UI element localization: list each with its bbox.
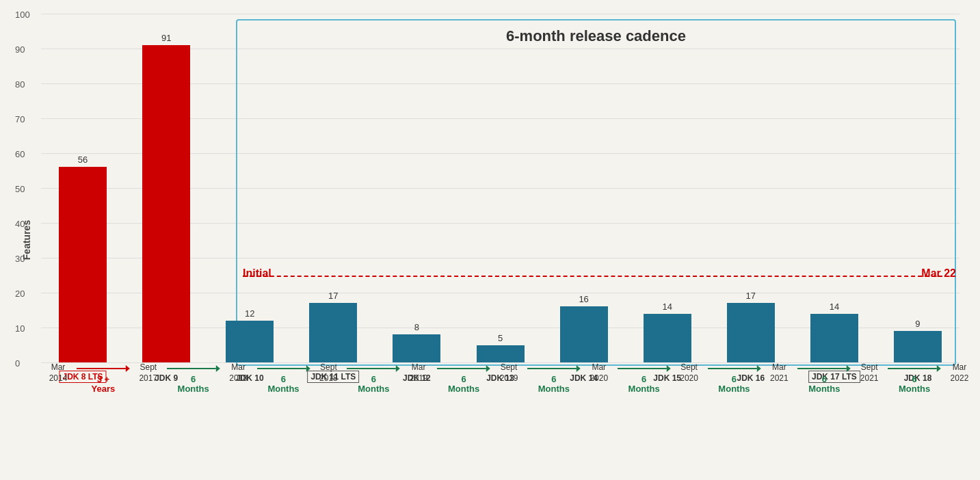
timeline-duration-0: 3 + Years bbox=[92, 375, 116, 395]
bar-value-jdk14: 16 bbox=[579, 294, 588, 304]
timeline-row: Mar 20143 + YearsSept 20176 MonthsMar 20… bbox=[41, 362, 959, 403]
timeline-date-7: Sept 2020 bbox=[672, 362, 706, 384]
bar-jdk18: 9 bbox=[894, 319, 942, 362]
bar-rect-jdk17 bbox=[810, 314, 858, 362]
timeline-date-5: Sept 2019 bbox=[492, 362, 526, 384]
bar-rect-jdk12 bbox=[393, 334, 440, 362]
bar-rect-jdk10 bbox=[226, 321, 274, 362]
timeline-arrow-0: 3 + Years bbox=[75, 362, 131, 395]
y-tick-60: 60 bbox=[15, 149, 25, 159]
bar-group-jdk16: 17JDK 16 bbox=[709, 291, 793, 362]
bar-value-jdk11: 17 bbox=[328, 291, 338, 301]
bar-rect-jdk11 bbox=[309, 303, 357, 362]
svg-marker-11 bbox=[577, 365, 581, 372]
y-tick-100: 100 bbox=[15, 10, 30, 20]
timeline-duration-3: 6 Months bbox=[358, 375, 389, 395]
bar-group-jdk18: 9JDK 18 bbox=[876, 319, 959, 362]
bar-jdk14: 16 bbox=[560, 294, 608, 362]
arrow-svg-4 bbox=[436, 362, 492, 375]
y-tick-50: 50 bbox=[15, 184, 25, 194]
arrow-svg-5 bbox=[526, 362, 582, 375]
timeline-arrow-2: 6 Months bbox=[256, 362, 312, 395]
bar-group-jdk11: 17JDK 11 LTS bbox=[291, 291, 375, 362]
arrow-svg-2 bbox=[256, 362, 312, 375]
timeline-date-8: Mar 2021 bbox=[762, 362, 796, 384]
arrow-svg-6 bbox=[616, 362, 672, 375]
timeline-date-4: Mar 2019 bbox=[401, 362, 436, 384]
bar-jdk16: 17 bbox=[727, 291, 775, 362]
timeline-arrow-3: 6 Months bbox=[345, 362, 401, 395]
bar-jdk17: 14 bbox=[810, 302, 858, 362]
bar-value-jdk17: 14 bbox=[830, 302, 839, 312]
timeline-duration-9: 6 Months bbox=[899, 375, 930, 395]
timeline-date-9: Sept 2021 bbox=[852, 362, 886, 384]
bar-jdk13: 5 bbox=[477, 333, 525, 363]
timeline-arrow-5: 6 Months bbox=[526, 362, 582, 395]
arrow-svg-3 bbox=[345, 362, 401, 375]
timeline-date-0: Mar 2014 bbox=[41, 362, 75, 384]
bars-container: 56JDK 8 LTS91JDK 912JDK 1017JDK 11 LTS8J… bbox=[41, 14, 959, 362]
y-tick-90: 90 bbox=[15, 44, 25, 55]
svg-marker-5 bbox=[306, 365, 310, 372]
bar-jdk10: 12 bbox=[226, 308, 274, 362]
svg-marker-1 bbox=[126, 365, 130, 372]
timeline-duration-8: 6 Months bbox=[808, 375, 840, 395]
bar-jdk12: 8 bbox=[393, 322, 440, 362]
bar-group-jdk13: 5JDK 13 bbox=[458, 333, 542, 363]
bar-rect-jdk13 bbox=[477, 345, 525, 363]
chart-wrapper: Features 0102030405060708090100 6-month … bbox=[0, 0, 980, 480]
bar-value-jdk9: 91 bbox=[161, 33, 171, 43]
bar-value-jdk13: 5 bbox=[498, 333, 503, 343]
bar-rect-jdk15 bbox=[644, 314, 691, 362]
arrow-svg-7 bbox=[706, 362, 763, 375]
svg-marker-19 bbox=[937, 365, 941, 372]
timeline-arrow-6: 6 Months bbox=[616, 362, 672, 395]
timeline-date-3: Sept 2018 bbox=[311, 362, 345, 384]
svg-marker-9 bbox=[486, 365, 490, 372]
y-axis-label: Features bbox=[21, 220, 32, 260]
timeline-arrow-9: 6 Months bbox=[886, 362, 942, 395]
timeline-duration-7: 6 Months bbox=[718, 375, 750, 395]
bar-group-jdk9: 91JDK 9 bbox=[124, 33, 208, 362]
bar-rect-jdk14 bbox=[560, 306, 608, 362]
bar-rect-jdk18 bbox=[894, 331, 942, 362]
bar-group-jdk15: 14JDK 15 bbox=[626, 302, 709, 362]
timeline-arrow-7: 6 Months bbox=[706, 362, 763, 395]
timeline-duration-6: 6 Months bbox=[628, 375, 660, 395]
bar-group-jdk10: 12JDK 10 bbox=[208, 308, 291, 362]
y-tick-10: 10 bbox=[15, 323, 25, 334]
bar-rect-jdk8 bbox=[59, 167, 107, 362]
timeline-arrow-1: 6 Months bbox=[165, 362, 222, 395]
bar-value-jdk12: 8 bbox=[414, 322, 419, 332]
y-tick-80: 80 bbox=[15, 79, 25, 90]
bar-value-jdk16: 17 bbox=[746, 291, 756, 301]
arrow-svg-8 bbox=[796, 362, 852, 375]
timeline-duration-5: 6 Months bbox=[538, 375, 570, 395]
timeline-date-1: Sept 2017 bbox=[131, 362, 165, 384]
timeline-date-10: Mar 2022 bbox=[942, 362, 977, 384]
svg-marker-13 bbox=[667, 365, 671, 372]
arrow-svg-9 bbox=[886, 362, 942, 375]
y-tick-70: 70 bbox=[15, 114, 25, 124]
svg-marker-3 bbox=[216, 365, 220, 372]
chart-area: 0102030405060708090100 6-month release c… bbox=[41, 14, 959, 403]
timeline-arrow-8: 6 Months bbox=[796, 362, 852, 395]
bar-rect-jdk16 bbox=[727, 303, 775, 362]
bar-value-jdk15: 14 bbox=[662, 302, 672, 312]
bar-jdk9: 91 bbox=[142, 33, 190, 362]
timeline-arrow-4: 6 Months bbox=[436, 362, 492, 395]
timeline-date-6: Mar 2020 bbox=[582, 362, 616, 384]
bar-jdk11: 17 bbox=[309, 291, 357, 362]
timeline-duration-2: 6 Months bbox=[267, 375, 299, 395]
bar-group-jdk17: 14JDK 17 LTS bbox=[793, 302, 876, 362]
timeline-items: Mar 20143 + YearsSept 20176 MonthsMar 20… bbox=[41, 362, 977, 403]
bar-jdk15: 14 bbox=[644, 302, 691, 362]
bar-jdk8: 56 bbox=[59, 155, 107, 362]
bar-value-jdk18: 9 bbox=[915, 319, 920, 329]
bar-group-jdk14: 16JDK 14 bbox=[542, 294, 626, 362]
timeline-duration-4: 6 Months bbox=[448, 375, 479, 395]
dashed-label-mar22: Mar 22 bbox=[921, 267, 956, 280]
bar-rect-jdk9 bbox=[142, 45, 190, 362]
arrow-svg-1 bbox=[165, 362, 222, 375]
dashed-label-initial: Initial bbox=[243, 267, 272, 280]
